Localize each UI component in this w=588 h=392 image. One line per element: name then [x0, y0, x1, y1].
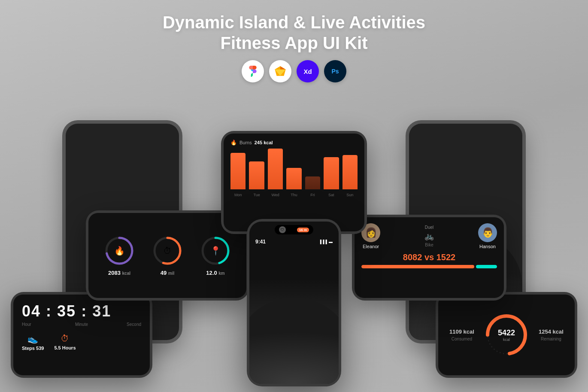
big-ring-center: 5422 kcal — [498, 328, 515, 342]
page-title: Dynamic Island & Live Activities Fitness… — [0, 12, 588, 53]
steps-label: Steps 539 — [22, 346, 44, 351]
mil-ring: ⏱ — [152, 235, 183, 266]
bar-fill-mon — [230, 153, 246, 189]
steps-icon: 👟 — [27, 334, 38, 344]
hour-label: Hour — [22, 322, 62, 327]
timer-minutes: 35 — [57, 302, 76, 320]
bar-label-sat: Sat — [328, 193, 334, 197]
duel-bar-player2 — [476, 265, 497, 268]
duel-type: 🚲 — [424, 231, 434, 241]
bar-sun: Sun — [342, 155, 358, 197]
consumed-stat: 1109 kcal Consumed — [445, 328, 479, 341]
bar-wed: Wed — [268, 149, 283, 197]
big-kcal-ring: 5422 kcal — [483, 311, 530, 359]
battery-icon: ▬ — [329, 240, 333, 244]
consumed-value: 1109 kcal — [449, 328, 474, 335]
status-time: 9:41 — [255, 239, 266, 245]
clock-icon: ⏱ — [61, 334, 69, 343]
hours-stat: ⏱ 5.5 Hours — [54, 334, 76, 351]
figma-icon[interactable] — [242, 60, 264, 82]
duel-label: Duel — [425, 225, 434, 230]
bar-label-fri: Fri — [310, 193, 315, 197]
timer-hours: 04 — [22, 302, 41, 320]
sketch-icon[interactable] — [269, 60, 291, 82]
kcal-icon: 🔥 — [114, 246, 125, 256]
bar-mon: Mon — [230, 153, 246, 197]
phone-burns-chart: 🔥 Burns 245 kcal Mon Tue Wed — [221, 131, 367, 234]
remaining-value: 1254 kcal — [539, 328, 564, 335]
xd-icon[interactable]: Xd — [297, 60, 319, 82]
duel-score: 8082 vs 1522 — [361, 252, 497, 262]
steps-stat: 👟 Steps 539 — [22, 334, 44, 351]
timer-display: 04 : 35 : 31 — [22, 302, 141, 320]
bar-label-tue: Tue — [254, 193, 260, 197]
eleanor-name: Eleanor — [363, 244, 379, 249]
chart-bars: Mon Tue Wed Thu — [230, 150, 358, 197]
mil-icon: ⏱ — [163, 246, 172, 255]
bar-fill-fri — [305, 176, 320, 189]
ps-icon[interactable]: Ps — [324, 60, 346, 82]
timer-labels: Hour Minute Second — [22, 322, 141, 327]
big-ring-value: 5422 — [498, 328, 515, 337]
bar-fill-wed — [268, 149, 283, 189]
duel-bar-player1 — [361, 265, 474, 268]
burns-label: Burns — [239, 140, 252, 145]
phone-timer: 04 : 35 : 31 Hour Minute Second 👟 Steps … — [11, 292, 152, 378]
remaining-stat: 1254 kcal Remaining — [534, 328, 568, 341]
bar-label-sun: Sun — [346, 193, 353, 197]
status-bar: 9:41 ▐▐▐ ▬ — [249, 234, 339, 245]
di-shield-icon: 🛡 — [279, 226, 286, 233]
bar-fill-thu — [286, 168, 301, 189]
bar-fill-sat — [324, 157, 339, 189]
hanson-name: Hanson — [479, 244, 496, 249]
km-value: 12.0 km — [206, 270, 224, 276]
bar-fri: Fri — [305, 176, 320, 197]
burns-header: 🔥 Burns 245 kcal — [230, 140, 358, 146]
km-ring: 📍 — [200, 235, 231, 266]
km-icon: 📍 — [210, 246, 221, 256]
phone-wave-bg — [249, 278, 339, 384]
phone-kcal-ring: 1109 kcal Consumed 5422 kcal 1254 kcal R… — [436, 292, 577, 378]
bar-sat: Sat — [324, 157, 339, 197]
bar-tue: Tue — [249, 161, 264, 197]
minute-label: Minute — [62, 322, 102, 327]
hours-label: 5.5 Hours — [54, 345, 76, 350]
bar-label-wed: Wed — [271, 193, 279, 197]
bar-label-mon: Mon — [234, 193, 242, 197]
metric-km: 📍 12.0 km — [200, 235, 231, 276]
metric-kcal: 🔥 2083 kcal — [104, 235, 135, 276]
bar-fill-tue — [249, 161, 264, 189]
metric-mil: ⏱ 49 mil — [152, 235, 183, 276]
timer-seconds: 31 — [92, 302, 111, 320]
avatar-hanson: 👨 — [478, 223, 497, 242]
status-icons: ▐▐▐ ▬ — [319, 240, 333, 244]
phone-center-full: 🛡 16 m 9:41 ▐▐▐ ▬ — [247, 219, 341, 386]
burns-value: 245 kcal — [255, 140, 273, 145]
consumed-label: Consumed — [452, 337, 472, 341]
bar-thu: Thu — [286, 168, 301, 197]
bar-label-thu: Thu — [291, 193, 297, 197]
bar-fill-sun — [342, 155, 358, 189]
second-label: Second — [101, 322, 141, 327]
header: Dynamic Island & Live Activities Fitness… — [0, 0, 588, 82]
mil-value: 49 mil — [161, 270, 175, 276]
kcal-value: 2083 kcal — [108, 270, 130, 276]
page-content: Dynamic Island & Live Activities Fitness… — [0, 0, 588, 392]
signal-icon: ▐▐▐ — [319, 240, 327, 244]
di-badge: 16 m — [297, 228, 309, 232]
duel-center: Duel 🚲 Bike — [424, 225, 434, 247]
timer-stats: 👟 Steps 539 ⏱ 5.5 Hours — [22, 334, 141, 351]
wave-shape — [249, 298, 339, 384]
kcal-ring: 🔥 — [104, 235, 135, 266]
duel-header: 👩 Eleanor Duel 🚲 Bike 👨 Hanson — [361, 223, 497, 249]
dynamic-island[interactable]: 🛡 16 m — [275, 225, 313, 234]
duel-avatar-hanson: 👨 Hanson — [478, 223, 497, 249]
duel-activity: Bike — [425, 243, 433, 247]
duel-progress-bars — [361, 265, 497, 268]
big-ring-unit: kcal — [498, 337, 515, 342]
phone-duel: 👩 Eleanor Duel 🚲 Bike 👨 Hanson 8082 vs 1… — [352, 215, 506, 301]
remaining-label: Remaining — [541, 337, 561, 341]
tool-icons-row: Xd Ps — [0, 60, 588, 82]
